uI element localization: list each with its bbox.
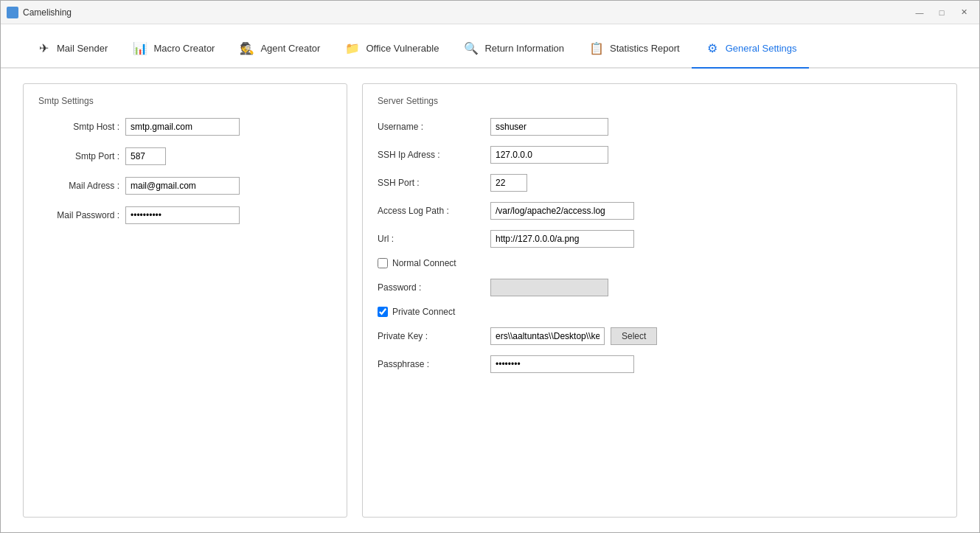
access-log-label: Access Log Path :	[378, 206, 484, 216]
password-label: Password :	[378, 282, 484, 293]
passphrase-label: Passphrase :	[378, 359, 484, 369]
tab-agent-creator[interactable]: 🕵 Agent Creator	[226, 29, 332, 69]
passphrase-input[interactable]	[490, 355, 634, 373]
normal-connect-label[interactable]: Normal Connect	[392, 258, 456, 268]
passphrase-row: Passphrase :	[378, 355, 942, 373]
ssh-ip-row: SSH Ip Adress :	[378, 146, 942, 164]
smtp-panel-title: Smtp Settings	[38, 96, 332, 106]
password-row: Password :	[378, 279, 942, 296]
smtp-host-label: Smtp Host :	[38, 122, 119, 132]
window-title: Camelishing	[23, 7, 72, 18]
mail-password-input[interactable]	[125, 206, 240, 224]
titlebar: Camelishing — □ ✕	[1, 1, 979, 24]
server-panel-title: Server Settings	[378, 96, 942, 106]
tab-mail-sender[interactable]: ✈ Mail Sender	[23, 29, 119, 69]
content-area: Smtp Settings Smtp Host : Smtp Port : Ma…	[1, 69, 979, 532]
tab-macro-creator[interactable]: 📊 Macro Creator	[119, 29, 226, 69]
tab-office-vulnerable-label: Office Vulnerable	[366, 43, 439, 54]
toolbar: ✈ Mail Sender 📊 Macro Creator 🕵 Agent Cr…	[1, 24, 979, 69]
close-button[interactable]: ✕	[954, 5, 973, 20]
normal-connect-checkbox[interactable]	[378, 258, 388, 268]
tab-office-vulnerable[interactable]: 📁 Office Vulnerable	[332, 29, 451, 69]
statistics-report-icon: 📋	[588, 39, 605, 57]
private-connect-label[interactable]: Private Connect	[392, 307, 455, 317]
main-window: Camelishing — □ ✕ ✈ Mail Sender 📊 Macro …	[0, 0, 980, 533]
password-input[interactable]	[490, 279, 608, 296]
tab-general-settings[interactable]: ⚙ General Settings	[692, 29, 809, 69]
tab-general-settings-label: General Settings	[726, 43, 797, 54]
titlebar-controls: — □ ✕	[910, 5, 973, 20]
ssh-port-row: SSH Port :	[378, 174, 942, 192]
mail-sender-icon: ✈	[35, 39, 52, 57]
agent-creator-icon: 🕵	[238, 39, 256, 57]
titlebar-left: Camelishing	[7, 7, 72, 18]
tab-agent-creator-label: Agent Creator	[260, 43, 320, 54]
private-key-label: Private Key :	[378, 331, 484, 341]
smtp-host-row: Smtp Host :	[38, 118, 332, 136]
mail-address-input[interactable]	[125, 177, 240, 195]
tab-return-information[interactable]: 🔍 Return Information	[451, 29, 576, 69]
tab-mail-sender-label: Mail Sender	[57, 43, 108, 54]
mail-address-label: Mail Adress :	[38, 181, 119, 191]
username-input[interactable]	[490, 118, 608, 136]
smtp-host-input[interactable]	[125, 118, 240, 136]
smtp-port-label: Smtp Port :	[38, 151, 119, 161]
mail-password-row: Mail Password :	[38, 206, 332, 224]
maximize-button[interactable]: □	[932, 5, 951, 20]
select-button[interactable]: Select	[611, 327, 657, 345]
general-settings-icon: ⚙	[703, 39, 721, 57]
tab-statistics-report[interactable]: 📋 Statistics Report	[576, 29, 692, 69]
access-log-input[interactable]	[490, 202, 634, 220]
private-key-input[interactable]	[490, 327, 605, 345]
ssh-port-input[interactable]	[490, 174, 527, 192]
smtp-settings-panel: Smtp Settings Smtp Host : Smtp Port : Ma…	[23, 83, 347, 518]
tab-macro-creator-label: Macro Creator	[153, 43, 215, 54]
server-settings-panel: Server Settings Username : SSH Ip Adress…	[362, 83, 957, 518]
access-log-row: Access Log Path :	[378, 202, 942, 220]
office-vulnerable-icon: 📁	[344, 39, 361, 57]
app-icon	[7, 7, 18, 18]
url-label: Url :	[378, 234, 484, 244]
username-row: Username :	[378, 118, 942, 136]
mail-address-row: Mail Adress :	[38, 177, 332, 195]
smtp-port-input[interactable]	[125, 147, 166, 165]
tab-statistics-report-label: Statistics Report	[610, 43, 680, 54]
private-key-row: Private Key : Select	[378, 327, 942, 345]
url-input[interactable]	[490, 230, 634, 248]
smtp-port-row: Smtp Port :	[38, 147, 332, 165]
ssh-ip-label: SSH Ip Adress :	[378, 150, 484, 160]
username-label: Username :	[378, 122, 484, 132]
normal-connect-row: Normal Connect	[378, 258, 942, 268]
return-information-icon: 🔍	[462, 39, 480, 57]
url-row: Url :	[378, 230, 942, 248]
private-connect-row: Private Connect	[378, 307, 942, 317]
macro-creator-icon: 📊	[131, 39, 149, 57]
minimize-button[interactable]: —	[910, 5, 929, 20]
mail-password-label: Mail Password :	[38, 210, 119, 220]
ssh-port-label: SSH Port :	[378, 178, 484, 188]
private-connect-checkbox[interactable]	[378, 307, 388, 317]
ssh-ip-input[interactable]	[490, 146, 608, 164]
tab-return-information-label: Return Information	[484, 43, 564, 54]
